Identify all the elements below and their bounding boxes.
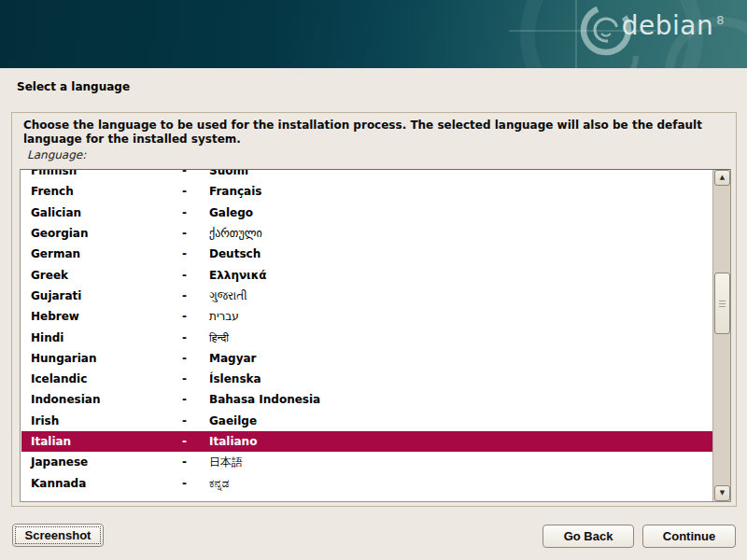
list-item[interactable]: Gujarati-ગુજરાતી bbox=[21, 286, 713, 306]
list-item[interactable]: Irish-Gaeilge bbox=[21, 411, 713, 431]
language-list: Finnish-SuomiFrench-FrançaisGalician-Gal… bbox=[21, 169, 713, 494]
scroll-up-icon[interactable]: ▲ bbox=[714, 170, 730, 186]
language-english-name: French bbox=[31, 185, 182, 198]
list-item[interactable]: Hebrew-עברית bbox=[21, 306, 713, 327]
language-english-name: Kannada bbox=[31, 477, 182, 490]
language-native-name: Íslenska bbox=[209, 372, 261, 385]
language-native-name: Suomi bbox=[209, 169, 248, 177]
language-native-name: Italiano bbox=[209, 435, 257, 448]
language-english-name: Finnish bbox=[31, 169, 182, 177]
list-item[interactable]: French-Français bbox=[21, 181, 713, 202]
language-english-name: Georgian bbox=[31, 227, 182, 240]
brand-name: debian bbox=[622, 11, 713, 41]
language-native-name: 日本語 bbox=[209, 455, 243, 470]
list-item[interactable]: Greek-Ελληνικά bbox=[21, 264, 713, 285]
scrollbar-thumb[interactable] bbox=[714, 273, 730, 334]
language-native-name: ಕನ್ನಡ bbox=[209, 477, 229, 490]
language-english-name: Hindi bbox=[31, 331, 182, 344]
separator-dash: - bbox=[182, 331, 209, 344]
separator-dash: - bbox=[182, 455, 209, 469]
separator-dash: - bbox=[182, 227, 209, 240]
separator-dash: - bbox=[182, 206, 209, 219]
separator-dash: - bbox=[182, 477, 209, 490]
list-item[interactable]: Italian-Italiano bbox=[21, 431, 713, 452]
content-frame: Choose the language to be used for the i… bbox=[11, 112, 737, 507]
screenshot-button[interactable]: Screenshot bbox=[12, 524, 104, 547]
separator-dash: - bbox=[182, 269, 209, 282]
separator-dash: - bbox=[182, 169, 209, 177]
language-english-name: Hungarian bbox=[31, 352, 182, 365]
language-native-name: ქართული bbox=[209, 227, 262, 240]
language-native-name: Bahasa Indonesia bbox=[209, 393, 320, 406]
thumb-grip bbox=[719, 301, 726, 308]
language-english-name: Irish bbox=[31, 414, 182, 427]
separator-dash: - bbox=[182, 352, 209, 365]
language-english-name: Icelandic bbox=[31, 372, 182, 385]
list-item[interactable]: Kannada-ಕನ್ನಡ bbox=[21, 472, 713, 493]
separator-dash: - bbox=[182, 185, 209, 198]
separator-dash: - bbox=[182, 414, 209, 427]
language-native-name: Deutsch bbox=[209, 247, 261, 260]
language-native-name: Galego bbox=[209, 206, 253, 219]
language-native-name: Ελληνικά bbox=[209, 269, 267, 282]
list-item[interactable]: Indonesian-Bahasa Indonesia bbox=[21, 389, 713, 410]
language-english-name: Indonesian bbox=[31, 393, 182, 406]
list-item[interactable]: Galician-Galego bbox=[21, 203, 713, 223]
go-back-button[interactable]: Go Back bbox=[543, 525, 634, 548]
page-title: Select a language bbox=[17, 80, 130, 93]
language-english-name: Greek bbox=[31, 269, 182, 282]
list-item[interactable]: Georgian-ქართული bbox=[21, 223, 713, 244]
list-item[interactable]: Finnish-Suomi bbox=[21, 169, 713, 181]
language-native-name: Français bbox=[209, 185, 261, 198]
separator-dash: - bbox=[182, 289, 209, 302]
header-banner: debian 8 bbox=[0, 0, 747, 68]
language-listbox: Finnish-SuomiFrench-FrançaisGalician-Gal… bbox=[20, 169, 731, 502]
language-english-name: Hebrew bbox=[31, 310, 182, 323]
brand-version: 8 bbox=[716, 13, 725, 27]
language-native-name: हिन्दी bbox=[209, 331, 229, 344]
separator-dash: - bbox=[182, 310, 209, 323]
continue-button[interactable]: Continue bbox=[642, 525, 736, 548]
language-native-name: עברית bbox=[209, 310, 239, 323]
language-english-name: Galician bbox=[31, 206, 182, 219]
language-native-name: Magyar bbox=[209, 352, 256, 365]
scroll-down-icon[interactable]: ▼ bbox=[714, 485, 730, 501]
vertical-scrollbar[interactable]: ▲ ▼ bbox=[712, 170, 730, 501]
separator-dash: - bbox=[182, 435, 209, 448]
separator-dash: - bbox=[182, 372, 209, 385]
separator-dash: - bbox=[182, 247, 209, 260]
language-label: Language: bbox=[27, 148, 86, 161]
language-english-name: Gujarati bbox=[31, 289, 182, 302]
language-english-name: Japanese bbox=[31, 455, 182, 469]
language-english-name: German bbox=[31, 247, 182, 260]
separator-dash: - bbox=[182, 393, 209, 406]
language-native-name: ગુજરાતી bbox=[209, 289, 247, 302]
debian-brand: debian 8 bbox=[622, 11, 725, 41]
list-item[interactable]: Japanese-日本語 bbox=[21, 452, 713, 472]
list-item[interactable]: Hungarian-Magyar bbox=[21, 348, 713, 369]
intro-text: Choose the language to be used for the i… bbox=[23, 119, 714, 147]
language-native-name: Gaeilge bbox=[209, 414, 257, 427]
list-item[interactable]: Hindi-हिन्दी bbox=[21, 327, 713, 347]
language-english-name: Italian bbox=[31, 435, 182, 448]
list-item[interactable]: Icelandic-Íslenska bbox=[21, 369, 713, 389]
list-item[interactable]: German-Deutsch bbox=[21, 244, 713, 264]
